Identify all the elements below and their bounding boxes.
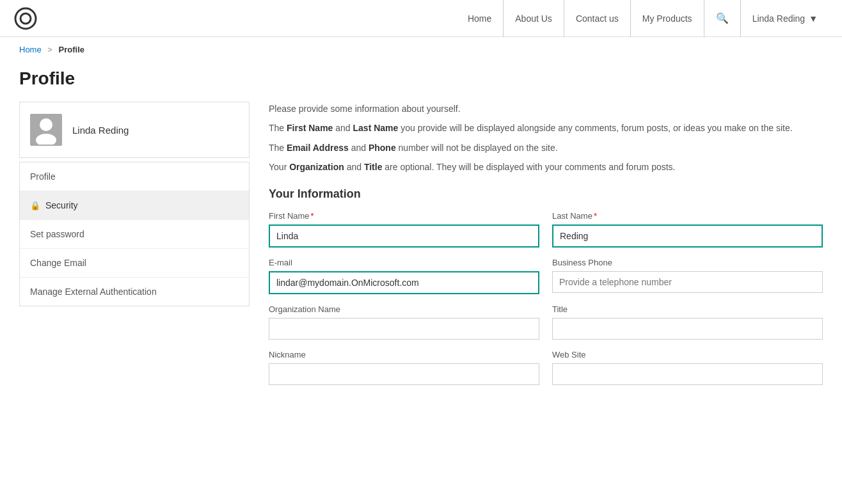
- site-logo[interactable]: [13, 6, 38, 31]
- breadcrumb-separator: >: [47, 45, 52, 54]
- sidebar-user-card: Linda Reding: [19, 102, 250, 158]
- intro-text-4: Your Organization and Title are optional…: [269, 160, 823, 174]
- search-icon[interactable]: 🔍: [704, 0, 741, 37]
- intro-text-1: Please provide some information about yo…: [269, 102, 823, 116]
- first-name-input[interactable]: [270, 226, 538, 246]
- sidebar-item-label-change-email: Change Email: [30, 258, 86, 268]
- breadcrumb: Home > Profile: [0, 37, 842, 62]
- user-name: Linda Reding: [752, 0, 806, 37]
- form-group-first-name: First Name*: [269, 211, 539, 248]
- svg-point-1: [20, 13, 31, 24]
- last-name-label: Last Name*: [552, 211, 823, 221]
- first-name-field-wrapper: [269, 224, 539, 248]
- bold-last-name: Last Name: [353, 123, 399, 133]
- title-input[interactable]: [552, 318, 823, 340]
- first-name-required: *: [311, 211, 314, 221]
- sidebar-item-profile[interactable]: Profile: [20, 162, 249, 191]
- nav-contact[interactable]: Contact us: [564, 0, 631, 37]
- sidebar-item-security[interactable]: 🔒 Security: [20, 191, 249, 220]
- bold-first-name: First Name: [287, 123, 333, 133]
- your-information-title: Your Information: [269, 187, 823, 201]
- sidebar-item-manage-ext-auth[interactable]: Manage External Authentication: [20, 278, 249, 306]
- title-label: Title: [552, 304, 823, 314]
- sidebar-item-label-set-password: Set password: [30, 229, 84, 239]
- avatar: [30, 114, 62, 146]
- business-phone-input[interactable]: [552, 271, 823, 293]
- org-name-input[interactable]: [269, 318, 539, 340]
- email-field-wrapper: [269, 271, 539, 294]
- page-title: Profile: [0, 62, 842, 102]
- last-name-required: *: [594, 211, 597, 221]
- form-row-nickname-website: Nickname Web Site: [269, 350, 823, 385]
- nav-home[interactable]: Home: [456, 0, 504, 37]
- main-layout: Linda Reding Profile 🔒 Security Set pass…: [0, 102, 842, 414]
- page-wrapper: Home About Us Contact us My Products 🔍 L…: [0, 0, 842, 504]
- lock-icon: 🔒: [30, 201, 40, 210]
- content-area: Please provide some information about yo…: [269, 102, 823, 395]
- sidebar-item-label-security: Security: [45, 200, 78, 210]
- form-group-email: E-mail: [269, 258, 539, 294]
- form-group-nickname: Nickname: [269, 350, 539, 385]
- bold-email-address: Email Address: [287, 143, 349, 153]
- form-group-last-name: Last Name*: [552, 211, 823, 248]
- business-phone-label: Business Phone: [552, 258, 823, 267]
- form-row-email-phone: E-mail Business Phone: [269, 258, 823, 294]
- org-name-label: Organization Name: [269, 304, 539, 314]
- form-row-name: First Name* Last Name*: [269, 211, 823, 248]
- svg-point-2: [40, 118, 52, 131]
- nickname-input[interactable]: [269, 363, 539, 385]
- form-group-org-name: Organization Name: [269, 304, 539, 340]
- bold-organization: Organization: [289, 162, 344, 172]
- form-row-org-title: Organization Name Title: [269, 304, 823, 340]
- nickname-label: Nickname: [269, 350, 539, 359]
- last-name-input[interactable]: [553, 226, 822, 246]
- website-input[interactable]: [552, 363, 823, 385]
- breadcrumb-current: Profile: [59, 45, 84, 54]
- form-group-business-phone: Business Phone: [552, 258, 823, 294]
- website-label: Web Site: [552, 350, 823, 359]
- nav-about[interactable]: About Us: [504, 0, 564, 37]
- intro-text-3: The Email Address and Phone number will …: [269, 141, 823, 155]
- intro-text-2: The First Name and Last Name you provide…: [269, 121, 823, 135]
- sidebar-item-change-email[interactable]: Change Email: [20, 249, 249, 278]
- sidebar: Linda Reding Profile 🔒 Security Set pass…: [19, 102, 250, 395]
- nav-products[interactable]: My Products: [631, 0, 704, 37]
- svg-point-3: [36, 134, 56, 145]
- last-name-field-wrapper: [552, 224, 823, 248]
- chevron-down-icon: ▼: [809, 0, 818, 37]
- user-menu[interactable]: Linda Reding ▼: [741, 0, 829, 37]
- bold-phone: Phone: [369, 143, 396, 153]
- form-group-website: Web Site: [552, 350, 823, 385]
- sidebar-item-label-manage-ext-auth: Manage External Authentication: [30, 287, 157, 297]
- email-label: E-mail: [269, 258, 539, 267]
- email-input[interactable]: [270, 272, 538, 293]
- sidebar-username: Linda Reding: [72, 125, 129, 136]
- header-nav: Home About Us Contact us My Products 🔍 L…: [456, 0, 829, 37]
- sidebar-item-set-password[interactable]: Set password: [20, 220, 249, 249]
- bold-title: Title: [364, 162, 383, 172]
- form-group-title: Title: [552, 304, 823, 340]
- first-name-label: First Name*: [269, 211, 539, 221]
- header: Home About Us Contact us My Products 🔍 L…: [0, 0, 842, 37]
- sidebar-menu: Profile 🔒 Security Set password Change E…: [19, 162, 250, 306]
- sidebar-item-label-profile: Profile: [30, 171, 56, 182]
- svg-point-0: [15, 8, 36, 29]
- breadcrumb-home-link[interactable]: Home: [19, 45, 42, 54]
